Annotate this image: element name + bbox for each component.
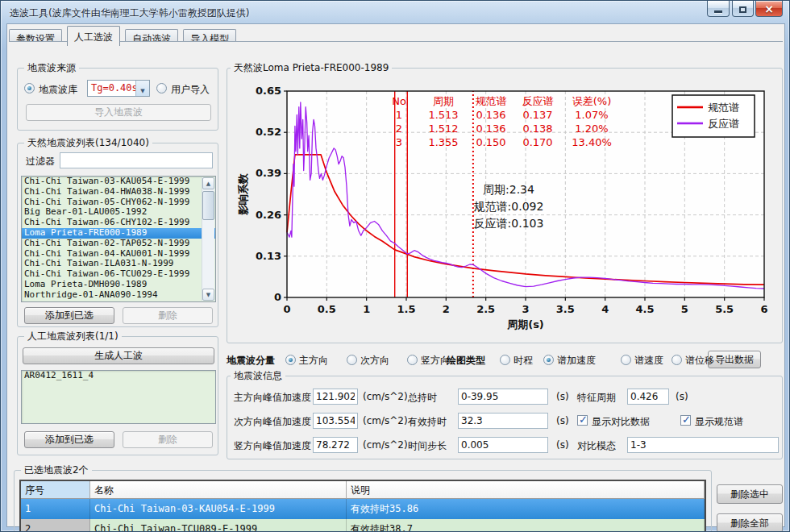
tg-combo[interactable]: Tg=0.40s ▼ xyxy=(87,80,150,97)
natural-wave-item[interactable]: Northridge-01-ANA090-1994 xyxy=(22,290,215,301)
svg-text:3: 3 xyxy=(396,136,402,148)
svg-text:4.5: 4.5 xyxy=(635,303,654,315)
scroll-down-icon[interactable]: ▼ xyxy=(202,289,214,301)
natural-wave-item[interactable]: Loma Prieta-FRE000-1989 xyxy=(22,228,215,239)
plot-type-radio-3[interactable] xyxy=(672,355,682,365)
minimize-button[interactable] xyxy=(707,1,730,17)
table-row[interactable]: 2Chi-Chi Taiwan-TCU089-E-1999有效持时38.7 xyxy=(21,519,705,532)
table-cell[interactable]: 有效持时38.7 xyxy=(347,519,705,532)
svg-text:误差(%): 误差(%) xyxy=(572,95,612,107)
artificial-delete-button[interactable]: 删除 xyxy=(123,431,213,448)
selected-waves-group: 已选地震波2个 序号 名称 说明 1Chi-Chi Taiwan-03-KAU0… xyxy=(14,470,712,532)
tg-input[interactable] xyxy=(627,389,669,405)
close-button[interactable]: × xyxy=(755,1,783,17)
artificial-add-button[interactable]: 添加到已选 xyxy=(24,431,114,448)
svg-text:0.150: 0.150 xyxy=(476,136,505,148)
total-duration-input[interactable] xyxy=(458,389,548,405)
table-cell[interactable]: 1 xyxy=(21,499,90,519)
wave-library-radio-label[interactable]: 地震波库 xyxy=(39,83,77,97)
natural-wave-list[interactable]: Chi-Chi Taiwan-03-KAU054-E-1999Chi-Chi T… xyxy=(21,176,216,302)
tg-label: 特征周期 xyxy=(577,391,616,405)
total-duration-label: 总持时 xyxy=(408,391,437,405)
component-radio-label-1[interactable]: 次方向 xyxy=(360,354,389,368)
svg-text:2.5: 2.5 xyxy=(476,303,495,315)
component-radio-label-0[interactable]: 主方向 xyxy=(299,354,328,368)
table-cell[interactable]: 2 xyxy=(21,519,90,532)
total-duration-unit: (s) xyxy=(556,391,569,402)
pga-main-label: 主方向峰值加速度 xyxy=(234,391,311,405)
table-header-row: 序号 名称 说明 xyxy=(21,481,705,499)
combo-arrow[interactable]: ▼ xyxy=(135,81,149,96)
plot-type-radio-label-1[interactable]: 谱加速度 xyxy=(557,354,596,368)
manual-selection-page: 地震波来源 地震波库 Tg=0.40s ▼ 用户导入 导入地震波 天然地震波列表… xyxy=(9,41,783,525)
natural-wave-item[interactable]: Chi-Chi Taiwan-03-KAU054-E-1999 xyxy=(22,177,215,187)
component-radio-0[interactable] xyxy=(285,355,296,365)
wave-info-group-title: 地震波信息 xyxy=(231,369,285,383)
svg-text:0.138: 0.138 xyxy=(522,123,552,135)
plot-type-radio-label-3[interactable]: 谱位移 xyxy=(685,354,714,368)
delete-selected-button[interactable]: 删除选中 xyxy=(717,484,783,504)
filter-input[interactable] xyxy=(60,152,213,168)
svg-text:0.5: 0.5 xyxy=(318,303,336,315)
column-header-name[interactable]: 名称 xyxy=(90,481,347,499)
table-row[interactable]: 1Chi-Chi Taiwan-03-KAU054-E-1999有效持时35.8… xyxy=(21,499,705,519)
close-icon: × xyxy=(764,2,774,15)
plot-type-radio-0[interactable] xyxy=(500,355,510,365)
svg-text:0.137: 0.137 xyxy=(522,109,552,121)
selected-waves-table[interactable]: 序号 名称 说明 1Chi-Chi Taiwan-03-KAU054-E-199… xyxy=(19,480,706,532)
wave-library-radio[interactable] xyxy=(24,83,35,94)
component-radio-2[interactable] xyxy=(407,355,418,365)
natural-delete-button[interactable]: 删除 xyxy=(123,307,213,324)
svg-text:1.513: 1.513 xyxy=(428,109,458,121)
pga-vertical-label: 竖方向峰值加速度 xyxy=(234,439,311,453)
artificial-wave-list[interactable]: AR0412_1611_4 xyxy=(21,370,216,424)
effective-duration-input[interactable] xyxy=(458,413,548,429)
component-radio-1[interactable] xyxy=(347,355,357,365)
table-cell[interactable]: Chi-Chi Taiwan-TCU089-E-1999 xyxy=(90,519,347,532)
table-cell[interactable]: 有效持时35.86 xyxy=(347,499,705,519)
plot-type-radio-label-0[interactable]: 时程 xyxy=(514,354,533,368)
user-import-radio-label[interactable]: 用户导入 xyxy=(171,83,210,97)
artificial-wave-item[interactable]: AR0412_1611_4 xyxy=(22,371,215,381)
delete-all-button[interactable]: 删除全部 xyxy=(717,513,783,532)
import-wave-button[interactable]: 导入地震波 xyxy=(26,104,211,121)
pga-secondary-input[interactable] xyxy=(313,413,358,429)
column-header-desc[interactable]: 说明 xyxy=(347,481,705,499)
svg-text:1.512: 1.512 xyxy=(428,123,458,135)
svg-text:规范谱: 规范谱 xyxy=(708,102,739,114)
filter-label: 过滤器 xyxy=(26,155,55,168)
svg-text:0.136: 0.136 xyxy=(476,123,505,135)
natural-wave-group: 天然地震波列表(134/1040) 过滤器 Chi-Chi Taiwan-03-… xyxy=(17,143,218,327)
plot-type-radio-2[interactable] xyxy=(621,355,631,365)
scroll-up-icon[interactable]: ▲ xyxy=(202,177,214,189)
svg-text:1.20%: 1.20% xyxy=(575,123,608,135)
show-code-checkbox[interactable] xyxy=(680,415,691,426)
svg-text:1: 1 xyxy=(396,109,402,121)
tab-manual-selection[interactable]: 人工选波 xyxy=(67,26,120,46)
pga-vertical-input[interactable] xyxy=(313,437,358,453)
time-step-input[interactable] xyxy=(458,437,548,453)
pga-main-unit: (cm/s^2) xyxy=(363,391,408,402)
scroll-thumb[interactable] xyxy=(202,191,214,220)
export-data-button[interactable]: 导出数据 xyxy=(708,351,761,368)
pga-secondary-unit: (cm/s^2) xyxy=(363,415,408,426)
table-cell[interactable]: Chi-Chi Taiwan-03-KAU054-E-1999 xyxy=(90,499,347,519)
pga-main-input[interactable] xyxy=(313,389,358,405)
natural-wave-item[interactable]: Loma Prieta-DMH090-1989 xyxy=(22,280,215,290)
component-radio-label-2[interactable]: 竖方向 xyxy=(421,354,450,368)
user-import-radio[interactable] xyxy=(156,83,167,94)
plot-type-radio-1[interactable] xyxy=(543,355,554,365)
show-compare-checkbox[interactable] xyxy=(577,415,588,426)
maximize-button[interactable] xyxy=(732,1,754,17)
compare-modes-input[interactable] xyxy=(627,437,779,453)
show-compare-label[interactable]: 显示对比数据 xyxy=(592,415,650,429)
plot-type-radio-label-2[interactable]: 谱速度 xyxy=(634,354,663,368)
natural-wave-item[interactable]: Chi-Chi Taiwan-02-TAP052-N-1999 xyxy=(22,239,215,249)
show-code-label[interactable]: 显示规范谱 xyxy=(695,415,743,429)
column-header-no[interactable]: 序号 xyxy=(21,481,90,499)
natural-wave-item[interactable]: Chi-Chi Taiwan-04-HWA038-N-1999 xyxy=(22,187,215,197)
title-bar[interactable]: 选波工具(波库文件由华南理工大学韩小雷教授团队提供) × xyxy=(1,1,789,23)
natural-add-button[interactable]: 添加到已选 xyxy=(24,307,114,324)
svg-text:5: 5 xyxy=(681,303,688,315)
natural-list-scrollbar[interactable]: ▲ ▼ xyxy=(202,177,214,301)
